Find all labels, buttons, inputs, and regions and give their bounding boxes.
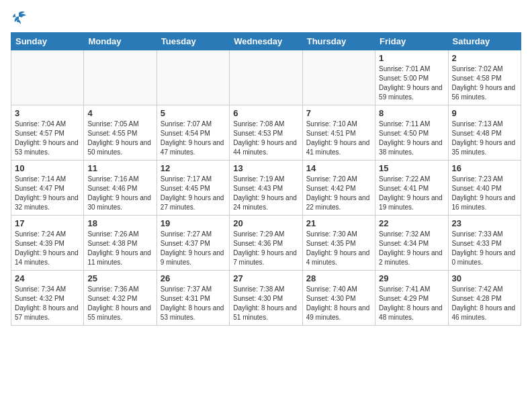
- calendar-day-cell: 1Sunrise: 7:01 AM Sunset: 5:00 PM Daylig…: [375, 50, 448, 105]
- calendar-day-cell: 23Sunrise: 7:33 AM Sunset: 4:33 PM Dayli…: [448, 216, 521, 271]
- day-number: 26: [161, 273, 226, 283]
- calendar-day-cell: [302, 50, 375, 105]
- calendar-day-cell: 14Sunrise: 7:20 AM Sunset: 4:42 PM Dayli…: [302, 161, 375, 216]
- calendar-week-row: 24Sunrise: 7:34 AM Sunset: 4:32 PM Dayli…: [11, 271, 521, 326]
- calendar-day-cell: [230, 50, 302, 105]
- day-info: Sunrise: 7:36 AM Sunset: 4:32 PM Dayligh…: [87, 285, 152, 322]
- day-number: 15: [379, 163, 444, 173]
- weekday-header: Tuesday: [157, 33, 229, 50]
- calendar-day-cell: 7Sunrise: 7:10 AM Sunset: 4:51 PM Daylig…: [302, 105, 375, 161]
- day-number: 16: [452, 163, 517, 173]
- weekday-header: Saturday: [448, 33, 521, 50]
- day-number: 6: [233, 108, 298, 118]
- calendar-day-cell: 11Sunrise: 7:16 AM Sunset: 4:46 PM Dayli…: [84, 161, 157, 216]
- calendar-day-cell: 4Sunrise: 7:05 AM Sunset: 4:55 PM Daylig…: [84, 105, 157, 161]
- day-number: 14: [306, 163, 371, 173]
- logo-bird-icon: [11, 11, 26, 24]
- day-number: 20: [233, 218, 298, 228]
- day-info: Sunrise: 7:11 AM Sunset: 4:50 PM Dayligh…: [379, 120, 444, 157]
- day-number: 21: [306, 218, 371, 228]
- day-number: 29: [379, 273, 444, 283]
- day-info: Sunrise: 7:01 AM Sunset: 5:00 PM Dayligh…: [379, 64, 444, 102]
- day-info: Sunrise: 7:32 AM Sunset: 4:34 PM Dayligh…: [379, 230, 444, 267]
- day-number: 10: [15, 163, 80, 173]
- calendar-day-cell: 28Sunrise: 7:40 AM Sunset: 4:30 PM Dayli…: [302, 271, 375, 326]
- calendar-day-cell: 3Sunrise: 7:04 AM Sunset: 4:57 PM Daylig…: [11, 105, 84, 161]
- day-info: Sunrise: 7:27 AM Sunset: 4:37 PM Dayligh…: [161, 230, 226, 267]
- calendar-day-cell: 29Sunrise: 7:41 AM Sunset: 4:29 PM Dayli…: [375, 271, 448, 326]
- day-number: 9: [452, 108, 517, 118]
- calendar-day-cell: [84, 50, 157, 105]
- day-info: Sunrise: 7:04 AM Sunset: 4:57 PM Dayligh…: [15, 120, 80, 157]
- weekday-header: Sunday: [11, 33, 84, 50]
- calendar-week-row: 17Sunrise: 7:24 AM Sunset: 4:39 PM Dayli…: [11, 216, 521, 271]
- weekday-header: Friday: [375, 33, 448, 50]
- day-info: Sunrise: 7:26 AM Sunset: 4:38 PM Dayligh…: [87, 230, 152, 267]
- day-number: 27: [233, 273, 298, 283]
- logo-text: [11, 11, 25, 24]
- day-number: 12: [161, 163, 226, 173]
- day-number: 19: [161, 218, 226, 228]
- day-info: Sunrise: 7:38 AM Sunset: 4:30 PM Dayligh…: [233, 285, 298, 322]
- header: [11, 11, 521, 24]
- day-number: 24: [15, 273, 80, 283]
- day-info: Sunrise: 7:29 AM Sunset: 4:36 PM Dayligh…: [233, 230, 298, 267]
- day-info: Sunrise: 7:17 AM Sunset: 4:45 PM Dayligh…: [161, 175, 226, 212]
- day-info: Sunrise: 7:16 AM Sunset: 4:46 PM Dayligh…: [87, 175, 152, 212]
- calendar-table: SundayMondayTuesdayWednesdayThursdayFrid…: [11, 32, 521, 326]
- calendar-day-cell: 13Sunrise: 7:19 AM Sunset: 4:43 PM Dayli…: [230, 161, 302, 216]
- calendar-week-row: 3Sunrise: 7:04 AM Sunset: 4:57 PM Daylig…: [11, 105, 521, 161]
- day-info: Sunrise: 7:10 AM Sunset: 4:51 PM Dayligh…: [306, 120, 371, 157]
- calendar-day-cell: 27Sunrise: 7:38 AM Sunset: 4:30 PM Dayli…: [230, 271, 302, 326]
- weekday-header: Wednesday: [230, 33, 302, 50]
- day-info: Sunrise: 7:19 AM Sunset: 4:43 PM Dayligh…: [233, 175, 298, 212]
- day-number: 3: [15, 108, 80, 118]
- day-number: 7: [306, 108, 371, 118]
- calendar-day-cell: 6Sunrise: 7:08 AM Sunset: 4:53 PM Daylig…: [230, 105, 302, 161]
- day-info: Sunrise: 7:40 AM Sunset: 4:30 PM Dayligh…: [306, 285, 371, 322]
- day-number: 1: [379, 53, 444, 63]
- calendar-day-cell: 9Sunrise: 7:13 AM Sunset: 4:48 PM Daylig…: [448, 105, 521, 161]
- weekday-header: Monday: [84, 33, 157, 50]
- calendar-day-cell: 24Sunrise: 7:34 AM Sunset: 4:32 PM Dayli…: [11, 271, 84, 326]
- day-info: Sunrise: 7:34 AM Sunset: 4:32 PM Dayligh…: [15, 285, 80, 322]
- day-number: 25: [87, 273, 152, 283]
- day-info: Sunrise: 7:37 AM Sunset: 4:31 PM Dayligh…: [161, 285, 226, 322]
- day-number: 23: [452, 218, 517, 228]
- calendar-day-cell: 25Sunrise: 7:36 AM Sunset: 4:32 PM Dayli…: [84, 271, 157, 326]
- calendar-day-cell: 10Sunrise: 7:14 AM Sunset: 4:47 PM Dayli…: [11, 161, 84, 216]
- calendar-week-row: 1Sunrise: 7:01 AM Sunset: 5:00 PM Daylig…: [11, 50, 521, 105]
- day-number: 8: [379, 108, 444, 118]
- calendar-day-cell: 22Sunrise: 7:32 AM Sunset: 4:34 PM Dayli…: [375, 216, 448, 271]
- calendar-day-cell: 16Sunrise: 7:23 AM Sunset: 4:40 PM Dayli…: [448, 161, 521, 216]
- weekday-header: Thursday: [302, 33, 375, 50]
- calendar-day-cell: [11, 50, 84, 105]
- calendar-day-cell: 8Sunrise: 7:11 AM Sunset: 4:50 PM Daylig…: [375, 105, 448, 161]
- day-info: Sunrise: 7:41 AM Sunset: 4:29 PM Dayligh…: [379, 285, 444, 322]
- calendar-day-cell: [157, 50, 229, 105]
- calendar-day-cell: 15Sunrise: 7:22 AM Sunset: 4:41 PM Dayli…: [375, 161, 448, 216]
- day-info: Sunrise: 7:02 AM Sunset: 4:58 PM Dayligh…: [452, 64, 517, 102]
- day-info: Sunrise: 7:14 AM Sunset: 4:47 PM Dayligh…: [15, 175, 80, 212]
- day-number: 22: [379, 218, 444, 228]
- day-info: Sunrise: 7:05 AM Sunset: 4:55 PM Dayligh…: [87, 120, 152, 157]
- day-number: 13: [233, 163, 298, 173]
- calendar-day-cell: 30Sunrise: 7:42 AM Sunset: 4:28 PM Dayli…: [448, 271, 521, 326]
- day-number: 5: [161, 108, 226, 118]
- calendar-day-cell: 19Sunrise: 7:27 AM Sunset: 4:37 PM Dayli…: [157, 216, 229, 271]
- day-info: Sunrise: 7:22 AM Sunset: 4:41 PM Dayligh…: [379, 175, 444, 212]
- calendar-day-cell: 17Sunrise: 7:24 AM Sunset: 4:39 PM Dayli…: [11, 216, 84, 271]
- day-number: 2: [452, 53, 517, 63]
- day-info: Sunrise: 7:23 AM Sunset: 4:40 PM Dayligh…: [452, 175, 517, 212]
- day-info: Sunrise: 7:07 AM Sunset: 4:54 PM Dayligh…: [161, 120, 226, 157]
- calendar-day-cell: 21Sunrise: 7:30 AM Sunset: 4:35 PM Dayli…: [302, 216, 375, 271]
- page-container: SundayMondayTuesdayWednesdayThursdayFrid…: [0, 0, 532, 332]
- day-number: 11: [87, 163, 152, 173]
- day-number: 18: [87, 218, 152, 228]
- day-number: 4: [87, 108, 152, 118]
- day-number: 28: [306, 273, 371, 283]
- day-info: Sunrise: 7:08 AM Sunset: 4:53 PM Dayligh…: [233, 120, 298, 157]
- calendar-day-cell: 12Sunrise: 7:17 AM Sunset: 4:45 PM Dayli…: [157, 161, 229, 216]
- calendar-day-cell: 5Sunrise: 7:07 AM Sunset: 4:54 PM Daylig…: [157, 105, 229, 161]
- day-number: 17: [15, 218, 80, 228]
